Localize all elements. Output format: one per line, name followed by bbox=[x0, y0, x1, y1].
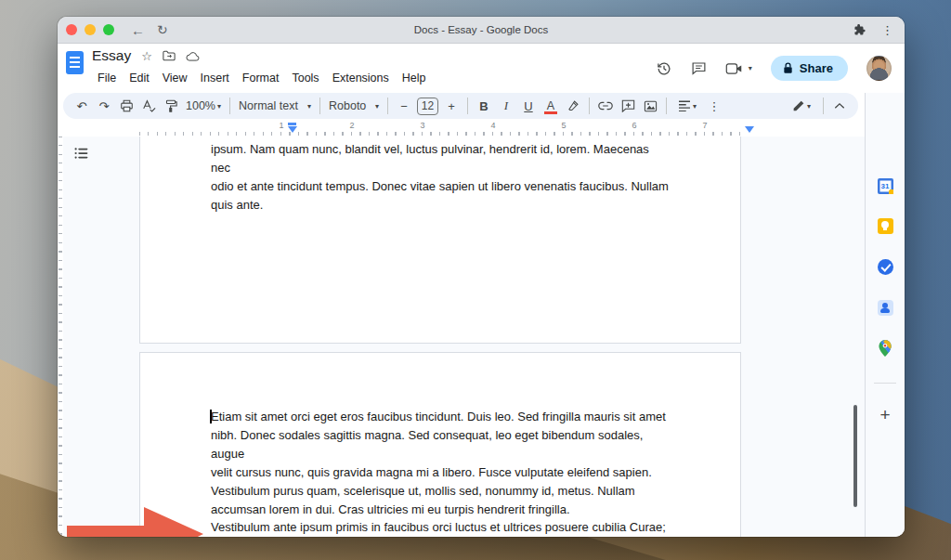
text-line: Vestibulum purus quam, scelerisque ut, m… bbox=[211, 482, 671, 501]
google-tasks-icon[interactable] bbox=[877, 258, 893, 275]
paragraph-1[interactable]: ipsum. Nam quam nunc, blandit vel, luctu… bbox=[211, 140, 671, 215]
google-calendar-icon[interactable]: 31 bbox=[877, 177, 893, 194]
paint-format-icon[interactable] bbox=[161, 95, 181, 117]
extensions-icon[interactable] bbox=[853, 23, 866, 36]
text-line: nibh. Donec sodales sagittis magna. Sed … bbox=[211, 426, 671, 463]
google-maps-icon[interactable] bbox=[877, 340, 893, 357]
comments-icon[interactable] bbox=[691, 60, 707, 76]
account-avatar[interactable] bbox=[866, 56, 892, 81]
highlight-color-icon[interactable] bbox=[563, 95, 583, 117]
font-size-input[interactable]: 12 bbox=[417, 98, 438, 115]
menu-insert[interactable]: Insert bbox=[194, 69, 236, 87]
menu-bar: File Edit View Insert Format Tools Exten… bbox=[91, 69, 433, 87]
text-line: velit cursus nunc, quis gravida magna mi… bbox=[211, 463, 671, 482]
text-line: ipsum. Nam quam nunc, blandit vel, luctu… bbox=[211, 140, 671, 177]
browser-reload-icon[interactable]: ↻ bbox=[157, 23, 168, 36]
text-line: quis ante. bbox=[211, 196, 671, 215]
ruler-number: 4 bbox=[490, 121, 495, 130]
browser-window: ← ↻ Docs - Essay - Google Docs ⋮ Essay ☆ bbox=[58, 17, 905, 537]
ruler-number: 1 bbox=[279, 121, 283, 130]
ruler-number: 5 bbox=[561, 121, 566, 130]
text-line: accumsan lorem in dui. Cras ultricies mi… bbox=[211, 501, 671, 519]
menu-edit[interactable]: Edit bbox=[123, 69, 156, 87]
ruler-number: 6 bbox=[632, 121, 636, 130]
share-button-label: Share bbox=[800, 61, 833, 75]
editing-mode-icon[interactable]: ▾ bbox=[786, 95, 817, 117]
zoom-value: 100% bbox=[186, 99, 215, 112]
increase-font-size-button[interactable]: + bbox=[441, 95, 462, 117]
add-comment-icon[interactable] bbox=[618, 95, 638, 117]
minimize-window-button[interactable] bbox=[85, 24, 96, 35]
browser-back-icon[interactable]: ← bbox=[131, 23, 145, 37]
paragraph-2[interactable]: Etiam sit amet orci eget eros faucibus t… bbox=[211, 408, 671, 519]
hide-menus-icon[interactable] bbox=[829, 95, 850, 117]
decrease-font-size-button[interactable]: − bbox=[394, 95, 414, 117]
vertical-ruler bbox=[58, 137, 63, 537]
move-folder-icon[interactable] bbox=[163, 50, 176, 61]
font-value: Roboto bbox=[329, 99, 366, 112]
ruler-number: 7 bbox=[702, 121, 707, 130]
get-add-ons-button[interactable]: + bbox=[879, 405, 890, 425]
google-contacts-icon[interactable] bbox=[877, 299, 893, 316]
menu-tools[interactable]: Tools bbox=[285, 69, 325, 87]
undo-icon[interactable]: ↶ bbox=[72, 95, 92, 117]
ruler-number: 3 bbox=[420, 121, 424, 130]
paragraph-style-value: Normal text bbox=[239, 99, 298, 112]
menu-format[interactable]: Format bbox=[236, 69, 286, 87]
menu-file[interactable]: File bbox=[91, 69, 123, 87]
share-button[interactable]: Share bbox=[771, 56, 848, 81]
left-indent-marker[interactable] bbox=[289, 123, 297, 133]
ruler-ticks bbox=[139, 132, 741, 136]
insert-image-icon[interactable] bbox=[640, 95, 660, 117]
video-call-caret-icon[interactable]: ▾ bbox=[749, 64, 752, 72]
browser-window-title: Docs - Essay - Google Docs bbox=[58, 24, 905, 35]
docs-header: Essay ☆ File Edit View Insert Format Too… bbox=[58, 44, 905, 93]
redo-icon[interactable]: ↷ bbox=[94, 95, 114, 117]
font-caret-icon: ▾ bbox=[375, 102, 379, 111]
version-history-icon[interactable] bbox=[656, 60, 672, 77]
menu-extensions[interactable]: Extensions bbox=[326, 69, 396, 87]
workspace-side-rail: 31 + bbox=[865, 93, 905, 537]
google-keep-icon[interactable] bbox=[877, 217, 893, 234]
underline-button[interactable]: U bbox=[518, 95, 539, 117]
zoom-caret-icon: ▾ bbox=[217, 102, 221, 111]
traffic-lights bbox=[66, 24, 114, 35]
ruler-number: 2 bbox=[349, 121, 354, 130]
align-caret-icon: ▾ bbox=[693, 102, 697, 111]
menu-view[interactable]: View bbox=[156, 69, 194, 87]
paragraph-3[interactable]: Vestibulum ante ipsum primis in faucibus… bbox=[211, 518, 671, 537]
font-select[interactable]: Roboto ▾ bbox=[325, 99, 383, 112]
browser-titlebar: ← ↻ Docs - Essay - Google Docs ⋮ bbox=[58, 17, 905, 44]
close-window-button[interactable] bbox=[66, 24, 77, 35]
lock-icon bbox=[783, 62, 793, 74]
text-line: Vestibulum ante ipsum primis in faucibus… bbox=[211, 518, 671, 537]
menu-help[interactable]: Help bbox=[396, 69, 433, 87]
docs-toolbar: ↶ ↷ 100% ▾ Normal text ▾ bbox=[58, 93, 905, 121]
zoom-select[interactable]: 100% ▾ bbox=[182, 99, 225, 112]
document-title[interactable]: Essay bbox=[92, 47, 131, 64]
bold-button[interactable]: B bbox=[474, 95, 494, 117]
toolbar-more-icon[interactable]: ⋮ bbox=[704, 95, 724, 117]
star-icon[interactable]: ☆ bbox=[141, 49, 152, 63]
insert-link-icon[interactable] bbox=[595, 95, 616, 117]
spell-check-icon[interactable] bbox=[138, 95, 159, 117]
align-icon[interactable]: ▾ bbox=[672, 95, 702, 117]
paragraph-style-select[interactable]: Normal text ▾ bbox=[235, 99, 315, 112]
vertical-scrollbar[interactable] bbox=[853, 405, 857, 507]
editing-mode-caret-icon: ▾ bbox=[807, 102, 811, 111]
text-line: odio et ante tincidunt tempus. Donec vit… bbox=[211, 177, 671, 196]
video-call-icon[interactable]: ▾ bbox=[725, 62, 752, 75]
right-indent-marker[interactable] bbox=[745, 126, 754, 133]
print-icon[interactable] bbox=[116, 95, 137, 117]
browser-menu-icon[interactable]: ⋮ bbox=[881, 23, 893, 37]
italic-button[interactable]: I bbox=[496, 95, 516, 117]
side-rail-divider bbox=[874, 383, 896, 384]
style-caret-icon: ▾ bbox=[307, 102, 311, 111]
text-color-button[interactable]: A bbox=[541, 95, 561, 117]
document-canvas[interactable]: ipsum. Nam quam nunc, blandit vel, luctu… bbox=[58, 137, 865, 537]
horizontal-ruler[interactable]: 1 2 3 4 5 6 7 bbox=[139, 121, 741, 137]
zoom-window-button[interactable] bbox=[103, 24, 114, 35]
show-outline-icon[interactable] bbox=[71, 143, 91, 163]
cloud-status-icon[interactable] bbox=[186, 51, 200, 61]
google-docs-icon[interactable] bbox=[66, 51, 84, 74]
